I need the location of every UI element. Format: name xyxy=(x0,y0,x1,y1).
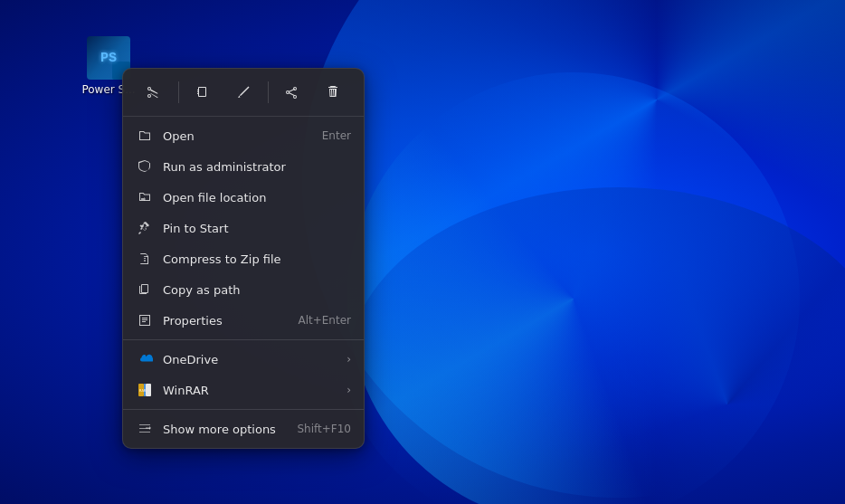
menu-item-properties[interactable]: Properties Alt+Enter xyxy=(123,305,364,336)
folder-icon xyxy=(136,188,154,206)
winrar-label: WinRAR xyxy=(163,384,339,397)
rename-button[interactable] xyxy=(227,76,260,109)
menu-item-open[interactable]: Open Enter xyxy=(123,120,364,151)
open-label: Open xyxy=(163,129,315,143)
compress-zip-label: Compress to Zip file xyxy=(163,252,351,266)
menu-separator-2 xyxy=(123,409,364,410)
menu-items-list: Open Enter Run as administrator Open fil… xyxy=(123,117,364,448)
menu-separator-1 xyxy=(123,339,364,340)
winrar-arrow: › xyxy=(347,384,351,396)
zip-icon xyxy=(136,250,154,268)
menu-item-pin-start[interactable]: Pin to Start xyxy=(123,213,364,243)
properties-icon xyxy=(136,311,154,329)
copy-path-label: Copy as path xyxy=(163,283,351,297)
toolbar-divider-2 xyxy=(268,81,269,103)
menu-item-more-options[interactable]: Show more options Shift+F10 xyxy=(123,414,364,444)
context-menu: Open Enter Run as administrator Open fil… xyxy=(122,68,365,449)
winrar-icon: RAR xyxy=(136,381,154,399)
more-options-icon xyxy=(136,420,154,438)
more-options-shortcut: Shift+F10 xyxy=(297,423,351,435)
toolbar-divider-1 xyxy=(178,81,179,103)
menu-item-open-location[interactable]: Open file location xyxy=(123,182,364,213)
cut-button[interactable] xyxy=(138,76,170,109)
open-shortcut: Enter xyxy=(322,129,351,142)
menu-item-winrar[interactable]: RAR WinRAR › xyxy=(123,375,364,405)
pin-icon xyxy=(136,219,154,237)
open-icon xyxy=(136,127,154,145)
shield-icon xyxy=(136,157,154,176)
cut-icon xyxy=(147,85,161,100)
pin-start-label: Pin to Start xyxy=(163,222,351,235)
rename-icon xyxy=(236,85,251,100)
share-icon xyxy=(285,85,299,100)
onedrive-arrow: › xyxy=(347,353,351,366)
menu-item-compress-zip[interactable]: Compress to Zip file xyxy=(123,243,364,274)
svg-rect-1 xyxy=(144,258,146,259)
svg-text:RAR: RAR xyxy=(139,388,147,393)
copy-button[interactable] xyxy=(186,76,219,109)
copy-path-icon xyxy=(136,281,154,299)
svg-rect-5 xyxy=(146,384,151,396)
menu-item-run-admin[interactable]: Run as administrator xyxy=(123,151,364,182)
svg-rect-0 xyxy=(144,256,146,257)
properties-label: Properties xyxy=(163,314,290,328)
share-button[interactable] xyxy=(276,76,309,109)
svg-rect-2 xyxy=(144,260,146,262)
open-location-label: Open file location xyxy=(163,191,351,204)
run-admin-label: Run as administrator xyxy=(163,160,351,174)
context-toolbar xyxy=(123,69,364,117)
menu-item-onedrive[interactable]: OneDrive › xyxy=(123,344,364,375)
copy-icon xyxy=(195,85,210,100)
onedrive-icon xyxy=(136,350,154,368)
menu-item-copy-path[interactable]: Copy as path xyxy=(123,274,364,305)
more-options-label: Show more options xyxy=(163,423,290,436)
delete-button[interactable] xyxy=(317,76,349,109)
delete-icon xyxy=(326,85,340,100)
onedrive-label: OneDrive xyxy=(163,353,339,366)
properties-shortcut: Alt+Enter xyxy=(298,314,351,327)
